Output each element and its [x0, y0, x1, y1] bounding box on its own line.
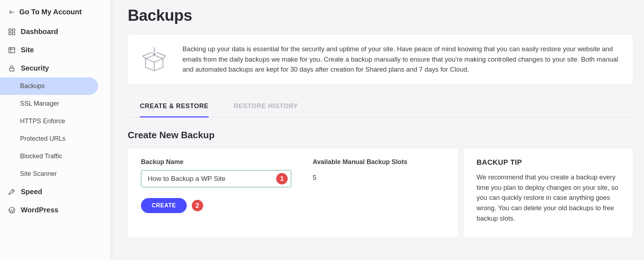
available-slots-group: Available Manual Backup Slots 5: [313, 158, 407, 187]
nav-security-https[interactable]: HTTPS Enforce: [0, 112, 112, 130]
page-title: Backups: [128, 6, 633, 24]
nav-speed-label: Speed: [21, 188, 42, 196]
nav-wordpress[interactable]: WordPress: [0, 201, 112, 219]
main-content: Backups Backing up your data is essentia…: [113, 0, 644, 260]
tab-restore-history-label: RESTORE HISTORY: [234, 102, 298, 110]
nav-security-protected[interactable]: Protected URLs: [0, 130, 112, 148]
nav-security-scanner-label: Site Scanner: [20, 170, 57, 178]
section-title: Create New Backup: [128, 130, 633, 141]
tab-create-restore-label: CREATE & RESTORE: [140, 102, 209, 110]
svg-rect-5: [9, 47, 15, 53]
nav-security-backups-label: Backups: [20, 82, 45, 90]
info-card: Backing up your data is essential for th…: [128, 34, 633, 85]
create-backup-panel: Backup Name 1 Available Manual Backup Sl…: [128, 148, 458, 238]
nav-speed[interactable]: Speed: [0, 183, 112, 201]
annotation-step-2: 2: [192, 200, 203, 211]
backup-name-label: Backup Name: [141, 158, 291, 166]
nav-security-ssl[interactable]: SSL Manager: [0, 95, 112, 112]
available-slots-value: 5: [313, 170, 407, 182]
tabs: CREATE & RESTORE RESTORE HISTORY: [128, 97, 633, 117]
annotation-step-1: 1: [276, 173, 288, 184]
svg-rect-1: [9, 29, 11, 31]
create-row: Backup Name 1 Available Manual Backup Sl…: [128, 148, 633, 238]
create-button-label: CREATE: [152, 202, 176, 208]
sidebar: Go To My Account Dashboard Site Security…: [0, 0, 113, 260]
nav-security[interactable]: Security: [0, 59, 112, 77]
rocket-icon: [8, 188, 16, 196]
tab-create-restore[interactable]: CREATE & RESTORE: [140, 97, 209, 117]
site-icon: [8, 46, 16, 54]
svg-rect-8: [10, 68, 14, 71]
wordpress-icon: [8, 206, 16, 214]
backup-name-field-group: Backup Name 1: [141, 158, 291, 187]
info-text: Backing up your data is essential for th…: [182, 44, 621, 75]
go-to-my-account-link[interactable]: Go To My Account: [0, 4, 112, 23]
svg-rect-2: [13, 29, 15, 31]
backup-name-input[interactable]: [141, 170, 291, 187]
nav-wordpress-label: WordPress: [21, 206, 58, 214]
nav-security-blocked[interactable]: Blocked Traffic: [0, 148, 112, 165]
nav-dashboard[interactable]: Dashboard: [0, 23, 112, 41]
nav-dashboard-label: Dashboard: [21, 28, 58, 36]
nav-security-ssl-label: SSL Manager: [20, 100, 59, 107]
nav-security-scanner[interactable]: Site Scanner: [0, 165, 112, 183]
lock-icon: [8, 64, 16, 72]
available-slots-label: Available Manual Backup Slots: [313, 158, 407, 166]
go-to-my-account-label: Go To My Account: [19, 8, 82, 16]
backup-tip-panel: BACKUP TIP We recommend that you create …: [463, 148, 633, 238]
nav-site-label: Site: [21, 46, 34, 54]
arrow-left-icon: [8, 8, 16, 16]
svg-rect-3: [9, 32, 11, 34]
nav-security-blocked-label: Blocked Traffic: [20, 153, 62, 160]
create-button[interactable]: CREATE: [141, 198, 187, 213]
backup-tip-text: We recommend that you create a backup ev…: [477, 172, 620, 223]
svg-rect-4: [13, 32, 15, 34]
dashboard-icon: [8, 28, 16, 36]
tab-restore-history[interactable]: RESTORE HISTORY: [234, 97, 298, 117]
svg-marker-12: [146, 55, 163, 62]
nav-security-https-label: HTTPS Enforce: [20, 117, 65, 125]
nav-security-backups[interactable]: Backups: [0, 77, 98, 95]
backup-tip-title: BACKUP TIP: [477, 158, 620, 167]
nav-security-protected-label: Protected URLs: [20, 135, 65, 143]
nav-site[interactable]: Site: [0, 41, 112, 59]
svg-point-9: [13, 191, 13, 191]
box-icon: [140, 45, 168, 73]
nav-security-label: Security: [21, 64, 49, 72]
